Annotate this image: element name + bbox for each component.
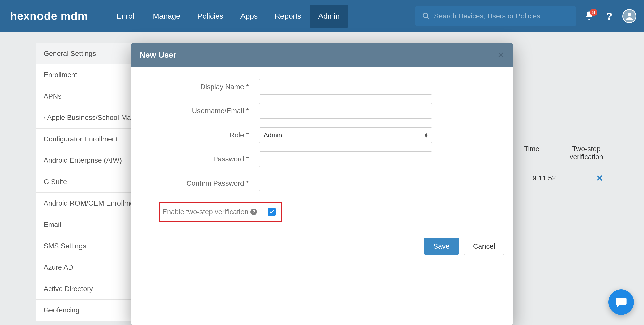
search-input[interactable]: [434, 12, 569, 20]
svg-point-0: [423, 13, 428, 18]
check-icon: [269, 209, 274, 214]
help-button[interactable]: ?: [602, 11, 616, 22]
cancel-button[interactable]: Cancel: [464, 238, 504, 255]
username-field[interactable]: [259, 103, 432, 119]
chevron-right-icon: ›: [44, 114, 46, 121]
label-password: Password *: [145, 155, 259, 163]
column-twostep: Two-step verification: [570, 145, 603, 161]
avatar[interactable]: [622, 9, 636, 23]
label-role: Role *: [145, 131, 259, 139]
table-row: 9 11:52 ✕: [533, 173, 603, 183]
label-two-step: Enable two-step verification ?: [162, 208, 257, 216]
nav-admin[interactable]: Admin: [310, 5, 348, 28]
modal-body: Display Name * Username/Email * Role * A…: [131, 67, 513, 231]
sidebar-item-label: Active Directory: [44, 285, 93, 293]
user-icon: [624, 11, 634, 21]
sidebar-item-apns[interactable]: APNs: [36, 86, 140, 107]
modal-footer: Save Cancel: [131, 231, 513, 261]
sidebar-item-android-enterprise[interactable]: Android Enterprise (AfW): [36, 150, 140, 171]
sidebar-item-sms[interactable]: SMS Settings: [36, 235, 140, 257]
sidebar-item-label: Enrollment: [44, 71, 77, 79]
app-header: hexnode mdm Enroll Manage Policies Apps …: [0, 0, 644, 32]
label-confirm-password: Confirm Password *: [145, 179, 259, 187]
display-name-field[interactable]: [259, 79, 432, 95]
twostep-disabled-icon: ✕: [596, 173, 603, 183]
two-step-checkbox[interactable]: [268, 208, 276, 216]
sidebar-item-azure-ad[interactable]: Azure AD: [36, 257, 140, 278]
sidebar-item-geofencing[interactable]: Geofencing: [36, 300, 140, 321]
sidebar-item-label: Configurator Enrollment: [44, 135, 118, 143]
close-icon[interactable]: ✕: [497, 50, 504, 60]
svg-point-2: [628, 13, 631, 16]
label-username: Username/Email *: [145, 107, 259, 115]
chat-launcher[interactable]: [608, 289, 634, 315]
chat-icon: [615, 296, 628, 309]
sidebar-item-label: SMS Settings: [44, 242, 86, 250]
two-step-highlight: Enable two-step verification ?: [159, 202, 282, 222]
label-display-name: Display Name *: [145, 83, 259, 91]
sidebar-item-label: G Suite: [44, 178, 67, 186]
nav-policies[interactable]: Policies: [189, 5, 232, 28]
sidebar-item-label: Email: [44, 221, 61, 228]
cell-time: 9 11:52: [533, 174, 556, 182]
nav-enroll[interactable]: Enroll: [108, 5, 144, 28]
confirm-password-field[interactable]: [259, 176, 432, 191]
notification-badge: 8: [590, 9, 597, 16]
sidebar-item-android-rom[interactable]: Android ROM/OEM Enrollment: [36, 193, 140, 214]
sidebar-item-general-settings[interactable]: General Settings: [36, 43, 140, 64]
save-button[interactable]: Save: [424, 238, 459, 255]
row-confirm-password: Confirm Password *: [145, 176, 499, 191]
info-icon[interactable]: ?: [250, 209, 257, 215]
role-select[interactable]: Admin: [259, 127, 432, 143]
row-username: Username/Email *: [145, 103, 499, 119]
search-icon: [422, 12, 430, 20]
sidebar-item-gsuite[interactable]: G Suite: [36, 171, 140, 193]
admin-sidebar: General Settings Enrollment APNs ›Apple …: [36, 43, 140, 321]
header-right: 8 ?: [415, 6, 636, 26]
sidebar-item-label: Geofencing: [44, 306, 79, 314]
row-password: Password *: [145, 151, 499, 167]
sidebar-item-enrollment[interactable]: Enrollment: [36, 64, 140, 86]
modal-header: New User ✕: [131, 43, 513, 67]
modal-title: New User: [140, 50, 176, 60]
nav-manage[interactable]: Manage: [144, 5, 189, 28]
nav-apps[interactable]: Apps: [232, 5, 266, 28]
column-time: Time: [524, 145, 539, 161]
sidebar-item-label: APNs: [44, 92, 62, 100]
sidebar-item-label: Android Enterprise (AfW): [44, 156, 122, 164]
sidebar-item-label: Apple Business/School Manager: [47, 114, 140, 121]
table-header-fragment: Time Two-step verification: [524, 145, 603, 161]
sidebar-item-label: Azure AD: [44, 263, 73, 271]
sidebar-item-label: Android ROM/OEM Enrollment: [44, 199, 140, 207]
sidebar-item-abm[interactable]: ›Apple Business/School Manager: [36, 107, 140, 129]
nav-reports[interactable]: Reports: [266, 5, 310, 28]
svg-line-1: [427, 17, 429, 19]
sidebar-item-configurator[interactable]: Configurator Enrollment: [36, 129, 140, 150]
notifications-button[interactable]: 8: [580, 11, 598, 22]
top-nav: Enroll Manage Policies Apps Reports Admi…: [108, 0, 348, 32]
sidebar-item-active-directory[interactable]: Active Directory: [36, 278, 140, 300]
row-role: Role * Admin ▲▼: [145, 127, 499, 143]
search-box[interactable]: [415, 6, 576, 26]
sidebar-item-label: General Settings: [44, 50, 96, 57]
row-display-name: Display Name *: [145, 79, 499, 95]
brand-logo: hexnode mdm: [10, 10, 88, 22]
sidebar-item-email[interactable]: Email: [36, 214, 140, 235]
new-user-modal: New User ✕ Display Name * Username/Email…: [131, 43, 513, 325]
password-field[interactable]: [259, 151, 432, 167]
